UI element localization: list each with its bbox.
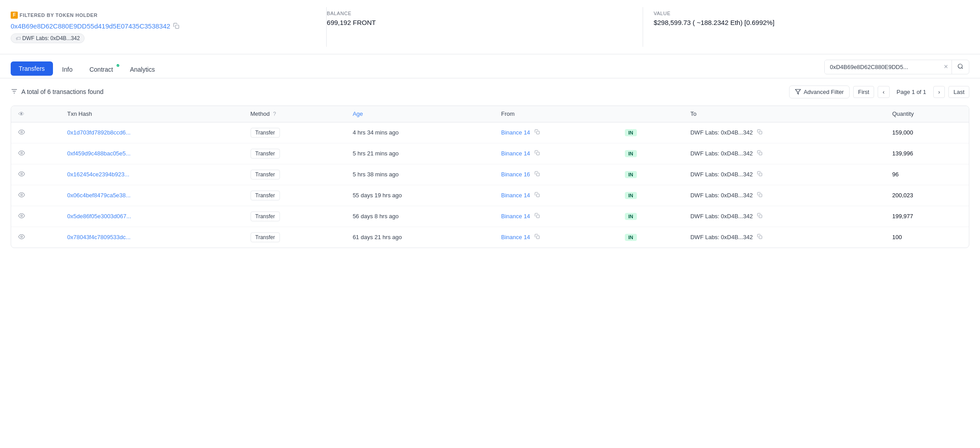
row-from-cell: Binance 14 (494, 143, 618, 164)
direction-badge: IN (625, 192, 637, 199)
row-from-cell: Binance 14 (494, 185, 618, 206)
from-copy-icon[interactable] (535, 171, 540, 176)
from-link[interactable]: Binance 14 (501, 129, 530, 136)
row-method-cell: Transfer (243, 206, 346, 227)
balance-label: BALANCE (327, 11, 632, 16)
row-method-cell: Transfer (243, 122, 346, 143)
method-help-icon[interactable]: ? (273, 111, 276, 117)
table-body: 0x1d703fd7892b8ccd6... Transfer 4 hrs 34… (11, 122, 969, 248)
row-eye-cell (11, 185, 60, 206)
from-copy-icon[interactable] (535, 234, 540, 239)
page-info: Page 1 of 1 (893, 86, 930, 98)
quantity-value: 159,000 (892, 129, 913, 136)
method-badge: Transfer (251, 170, 280, 179)
to-text: DWF Labs: 0xD4B...342 (690, 129, 753, 136)
first-page-button[interactable]: First (853, 86, 874, 98)
tab-transfers[interactable]: Transfers (11, 61, 53, 76)
tab-analytics[interactable]: Analytics (122, 62, 162, 77)
row-eye-icon[interactable] (18, 213, 25, 220)
next-page-button[interactable]: › (933, 86, 945, 98)
th-age: Age (345, 106, 494, 122)
to-copy-icon[interactable] (757, 192, 762, 197)
copy-address-icon[interactable] (173, 23, 179, 29)
search-icon (957, 63, 964, 69)
row-eye-icon[interactable] (18, 150, 25, 158)
last-page-button[interactable]: Last (948, 86, 969, 98)
tag-icon: 🏷 (16, 36, 20, 41)
svg-rect-8 (759, 131, 762, 134)
to-text: DWF Labs: 0xD4B...342 (690, 234, 753, 240)
from-copy-icon[interactable] (535, 129, 540, 134)
table-row: 0x1d703fd7892b8ccd6... Transfer 4 hrs 34… (11, 122, 969, 143)
advanced-filter-label: Advanced Filter (804, 89, 844, 95)
txn-hash-link[interactable]: 0x06c4bef8479ca5e38... (67, 192, 130, 199)
from-link[interactable]: Binance 14 (501, 192, 530, 199)
tab-contract[interactable]: Contract (82, 62, 121, 77)
txn-hash-link[interactable]: 0xf459d9c488bac05e5... (67, 150, 130, 157)
to-copy-icon[interactable] (757, 129, 762, 134)
prev-page-button[interactable]: ‹ (878, 86, 889, 98)
balance-section: BALANCE 699,192 FRONT (327, 7, 643, 47)
address-search-input[interactable] (825, 61, 940, 73)
from-copy-icon[interactable] (535, 213, 540, 218)
filter-label: FILTERED BY TOKEN HOLDER (20, 12, 97, 18)
from-copy-icon[interactable] (535, 150, 540, 155)
from-copy-icon[interactable] (535, 192, 540, 197)
row-direction-cell: IN (618, 227, 683, 248)
from-link[interactable]: Binance 16 (501, 171, 530, 178)
svg-rect-16 (536, 194, 539, 197)
tab-info[interactable]: Info (55, 62, 80, 77)
row-method-cell: Transfer (243, 227, 346, 248)
row-age: 4 hrs 34 mins ago (352, 129, 398, 136)
row-eye-icon[interactable] (18, 171, 25, 179)
row-to-cell: DWF Labs: 0xD4B...342 (683, 122, 885, 143)
row-age-cell: 55 days 19 hrs ago (345, 185, 494, 206)
search-button[interactable] (952, 60, 969, 74)
transactions-table: 👁 Txn Hash Method ? Age From (11, 106, 969, 248)
address-link[interactable]: 0x4B69e8D62C880E9DD55d419d5E07435C353834… (11, 22, 170, 30)
row-age: 5 hrs 38 mins ago (352, 171, 398, 178)
row-txn-hash-cell: 0x06c4bef8479ca5e38... (60, 185, 243, 206)
to-copy-icon[interactable] (757, 150, 762, 155)
clear-search-button[interactable]: × (940, 63, 952, 71)
row-age-cell: 5 hrs 38 mins ago (345, 164, 494, 185)
age-sort-link[interactable]: Age (352, 110, 363, 117)
direction-badge: IN (625, 129, 637, 136)
method-badge: Transfer (251, 191, 280, 200)
tabs-left: Transfers Info Contract Analytics (11, 61, 162, 76)
from-link[interactable]: Binance 14 (501, 150, 530, 157)
txn-hash-link[interactable]: 0x78043f4c7809533dc... (67, 234, 130, 240)
th-txn-hash: Txn Hash (60, 106, 243, 122)
txn-hash-link[interactable]: 0x5de86f05e3003d067... (67, 213, 131, 220)
svg-rect-10 (536, 152, 539, 155)
table-row: 0x162454ce2394b923... Transfer 5 hrs 38 … (11, 164, 969, 185)
to-copy-icon[interactable] (757, 213, 762, 218)
th-from: From (494, 106, 618, 122)
to-copy-icon[interactable] (757, 171, 762, 176)
table-header-row: 👁 Txn Hash Method ? Age From (11, 106, 969, 122)
row-age-cell: 4 hrs 34 mins ago (345, 122, 494, 143)
row-eye-icon[interactable] (18, 129, 25, 137)
address-section: F FILTERED BY TOKEN HOLDER 0x4B69e8D62C8… (11, 7, 327, 47)
direction-badge: IN (625, 234, 637, 241)
from-link[interactable]: Binance 14 (501, 234, 530, 240)
top-banner: F FILTERED BY TOKEN HOLDER 0x4B69e8D62C8… (0, 0, 980, 54)
quantity-value: 200,023 (892, 192, 913, 199)
txn-hash-link[interactable]: 0x1d703fd7892b8ccd6... (67, 129, 130, 136)
th-to: To (683, 106, 885, 122)
row-quantity-cell: 139,996 (885, 143, 969, 164)
row-eye-cell (11, 164, 60, 185)
row-eye-icon[interactable] (18, 192, 25, 200)
table-row: 0x78043f4c7809533dc... Transfer 61 days … (11, 227, 969, 248)
th-eye: 👁 (11, 106, 60, 122)
txn-hash-link[interactable]: 0x162454ce2394b923... (67, 171, 130, 178)
tabs-row: Transfers Info Contract Analytics × (0, 54, 980, 78)
from-link[interactable]: Binance 14 (501, 213, 530, 220)
transactions-table-container: 👁 Txn Hash Method ? Age From (11, 106, 969, 248)
svg-point-1 (958, 64, 962, 68)
row-from-cell: Binance 14 (494, 206, 618, 227)
advanced-filter-button[interactable]: Advanced Filter (789, 86, 850, 98)
row-eye-icon[interactable] (18, 234, 25, 241)
quantity-value: 139,996 (892, 150, 913, 157)
to-copy-icon[interactable] (757, 234, 762, 239)
